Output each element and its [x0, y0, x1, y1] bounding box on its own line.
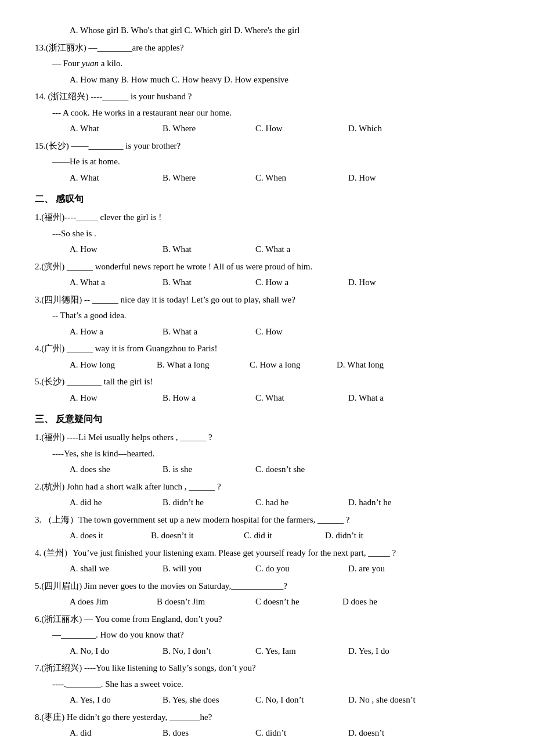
s2q4-opt-a: A. How long [70, 358, 145, 373]
s2q2-stem: 2.(滨州) ______ wonderful news report he w… [35, 262, 312, 271]
s3q6-stem: 6.(浙江丽水) — You come from England, don’t … [35, 614, 222, 624]
s2q4-stem: 4.(广州) ______ way it is from Guangzhou t… [35, 344, 218, 353]
s3q8-options-line: A. did B. does C. didn’t D. doesn’t [70, 726, 499, 741]
section3-header: 三、 反意疑问句 [35, 411, 499, 427]
s3q2-options-line: A. did he B. didn’t he C. had he D. hadn… [70, 495, 499, 510]
s3q6-opt-d: D. Yes, I do [348, 644, 430, 659]
s2q5-opt-d: D. What a [348, 391, 430, 406]
s3q3-opt-b: B. doesn’t it [151, 528, 232, 543]
q14-opt-c: C. How [255, 121, 337, 136]
q14-sub: --- A cook. He works in a restaurant nea… [52, 108, 232, 117]
q13-sub: — Four yuan a kilo. [52, 59, 122, 68]
s3q7-sub-line: ----.________. She has a sweet voice. [52, 677, 499, 692]
q15-opt-b: B. Where [163, 171, 244, 186]
s2q3-options-line: A. How a B. What a C. How [70, 325, 499, 340]
s3q5-stem-line: 5.(四川眉山) Jim never goes to the movies on… [35, 579, 499, 594]
s2q4-opt-b: B. What a long [157, 358, 238, 373]
q14-opt-a: A. What [70, 121, 151, 136]
s3q2-opt-d: D. hadn’t he [348, 495, 430, 510]
s3q7-sub: ----.________. She has a sweet voice. [52, 679, 183, 689]
s3q6-block: 6.(浙江丽水) — You come from England, don’t … [35, 612, 499, 659]
s3q8-opt-d: D. doesn’t [348, 726, 430, 741]
s3q1-stem-line: 1.(福州) ----Li Mei usually helps others ,… [35, 430, 499, 445]
s2q3-opt-b: B. What a [163, 325, 244, 340]
s3q6-sub-line: —________. How do you know that? [52, 628, 499, 643]
s3q4-opt-b: B. will you [163, 561, 244, 577]
s3q2-opt-c: C. had he [255, 495, 337, 510]
s3q7-block: 7.(浙江绍兴) ----You like listening to Sally… [35, 661, 499, 708]
s2q3-block: 3.(四川德阳) -- ______ nice day it is today!… [35, 293, 499, 340]
q15-sub: ——He is at home. [52, 157, 120, 166]
s3q7-options-line: A. Yes, I do B. Yes, she does C. No, I d… [70, 693, 499, 708]
s3q1-sub-line: ----Yes, she is kind---hearted. [52, 447, 499, 462]
s2q5-options-line: A. How B. How a C. What D. What a [70, 391, 499, 406]
s2q5-opt-b: B. How a [163, 391, 244, 406]
s2q1-opt-a: A. How [70, 242, 151, 257]
s3q2-stem-line: 2.(杭州) John had a short walk after lunch… [35, 480, 499, 495]
s3q6-sub: —________. How do you know that? [52, 630, 184, 639]
s2q5-stem: 5.(长沙) ________ tall the girl is! [35, 377, 153, 386]
s3q5-stem: 5.(四川眉山) Jim never goes to the movies on… [35, 581, 287, 591]
s2q1-opt-c: C. What a [255, 242, 337, 257]
q14-opt-d: D. Which [348, 121, 430, 136]
q15-block: 15.(长沙) ——________ is your brother? ——He… [35, 139, 499, 186]
q13-stem: 13.(浙江丽水) —________are the apples? [35, 43, 184, 52]
q14-block: 14. (浙江绍兴) ----______ is your husband ? … [35, 89, 499, 136]
s2q2-opt-a: A. What a [70, 275, 151, 290]
s3q7-opt-d: D. No , she doesn’t [348, 693, 430, 708]
s3q4-block: 4. (兰州）You’ve just finished your listeni… [35, 546, 499, 577]
s2q5-block: 5.(长沙) ________ tall the girl is! A. How… [35, 375, 499, 405]
s3q1-options-line: A. does she B. is she C. doesn’t she [70, 462, 499, 477]
q14-options-line: A. What B. Where C. How D. Which [70, 121, 499, 136]
s3q4-opt-d: D. are you [348, 561, 430, 577]
s3q5-opt-a: A does Jim [70, 595, 145, 610]
s2q5-opt-a: A. How [70, 391, 151, 406]
s3q5-opt-d: D does he [342, 595, 424, 610]
s2q5-opt-c: C. What [255, 391, 337, 406]
s3q8-opt-a: A. did [70, 726, 151, 741]
s3q5-opt-c: C doesn’t he [255, 595, 331, 610]
s3q1-stem: 1.(福州) ----Li Mei usually helps others ,… [35, 433, 212, 442]
s2q1-sub: ---So she is . [52, 229, 96, 238]
s2q1-stem-line: 1.(福州)----_____ clever the girl is ! [35, 210, 499, 225]
s3q8-stem: 8.(枣庄) He didn’t go there yesterday, ___… [35, 712, 212, 722]
s3q8-stem-line: 8.(枣庄) He didn’t go there yesterday, ___… [35, 710, 499, 725]
s3q3-block: 3. （上海）The town government set up a new … [35, 513, 499, 543]
q13-options-line: A. How many B. How much C. How heavy D. … [70, 73, 499, 88]
s3q7-stem-line: 7.(浙江绍兴) ----You like listening to Sally… [35, 661, 499, 676]
s3q3-stem-line: 3. （上海）The town government set up a new … [35, 513, 499, 528]
s2q4-opt-c: C. How a long [250, 358, 325, 373]
q15-stem-line: 15.(长沙) ——________ is your brother? [35, 139, 499, 154]
s3q6-opt-c: C. Yes, Iam [255, 644, 337, 659]
s2q1-sub-line: ---So she is . [52, 226, 499, 242]
s3q1-sub: ----Yes, she is kind---hearted. [52, 449, 154, 458]
s3q8-block: 8.(枣庄) He didn’t go there yesterday, ___… [35, 710, 499, 741]
q14-stem: 14. (浙江绍兴) ----______ is your husband ? [35, 92, 192, 101]
s3q8-opt-c: C. didn’t [255, 726, 337, 741]
s3q1-opt-a: A. does she [70, 462, 151, 477]
s2q2-block: 2.(滨州) ______ wonderful news report he w… [35, 260, 499, 290]
s3q7-opt-a: A. Yes, I do [70, 693, 151, 708]
s3q5-opt-b: B doesn’t Jim [157, 595, 244, 610]
s3q1-opt-b: B. is she [163, 462, 244, 477]
s2q2-opt-b: B. What [163, 275, 244, 290]
q15-opt-d: D. How [348, 171, 430, 186]
s3q7-opt-b: B. Yes, she does [163, 693, 244, 708]
section2-header: 二、 感叹句 [35, 191, 499, 207]
s3q3-options-line: A. does it B. doesn’t it C. did it D. di… [70, 528, 499, 543]
q15-opt-a: A. What [70, 171, 151, 186]
q15-options-line: A. What B. Where C. When D. How [70, 171, 499, 186]
s3q7-opt-c: C. No, I don’t [255, 693, 337, 708]
s2q3-stem: 3.(四川德阳) -- ______ nice day it is today!… [35, 295, 295, 304]
s2q4-options-line: A. How long B. What a long C. How a long… [70, 358, 499, 373]
s3q3-stem: 3. （上海）The town government set up a new … [35, 515, 349, 524]
s3q6-stem-line: 6.(浙江丽水) — You come from England, don’t … [35, 612, 499, 627]
s3q4-stem-line: 4. (兰州）You’ve just finished your listeni… [35, 546, 499, 561]
s2q2-opt-c: C. How a [255, 275, 337, 290]
s2q3-sub-line: -- That’s a good idea. [52, 308, 499, 323]
s3q4-options-line: A. shall we B. will you C. do you D. are… [70, 561, 499, 577]
s2q2-options-line: A. What a B. What C. How a D. How [70, 275, 499, 290]
s3q1-block: 1.(福州) ----Li Mei usually helps others ,… [35, 430, 499, 477]
q14-stem-line: 14. (浙江绍兴) ----______ is your husband ? [35, 89, 499, 105]
q13-stem-line: 13.(浙江丽水) —________are the apples? [35, 41, 499, 56]
